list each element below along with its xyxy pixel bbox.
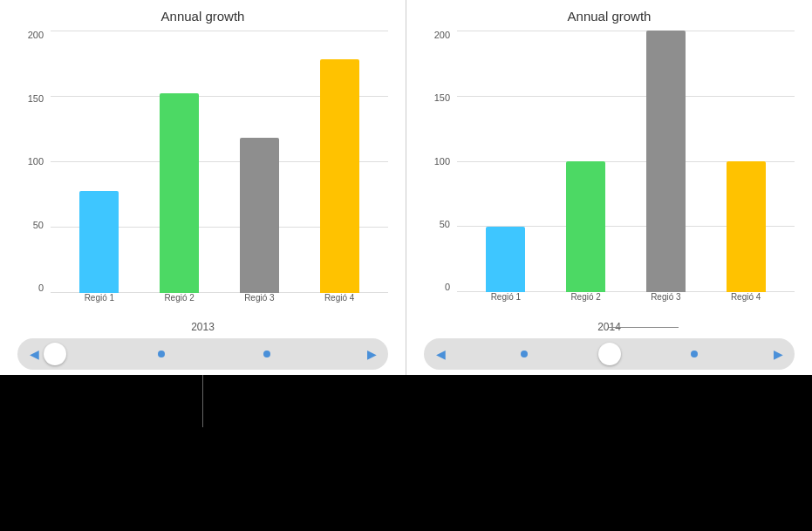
bottom-annotation-line-left bbox=[202, 375, 203, 427]
chart2-wrapper: 200 150 100 50 0 Regió 1Regió 2Regió 3Re… bbox=[424, 31, 795, 318]
chart2-prev-button[interactable]: ◀ bbox=[431, 344, 450, 364]
chart2-thumb[interactable] bbox=[598, 343, 621, 365]
chart2-bars bbox=[457, 31, 795, 292]
chart2-next-button[interactable]: ▶ bbox=[768, 344, 788, 364]
chart1-y-axis: 200 150 100 50 0 bbox=[17, 31, 44, 319]
x-axis-label: Regió 3 bbox=[244, 293, 274, 303]
chart2-dot2[interactable] bbox=[691, 351, 698, 357]
x-axis-label: Regió 2 bbox=[570, 292, 600, 302]
bottom-left bbox=[0, 375, 406, 531]
bar bbox=[240, 138, 279, 293]
chart1-bars bbox=[51, 31, 388, 293]
chart2-nav-area: ◀ ▶ bbox=[424, 337, 795, 375]
chart2-y50: 50 bbox=[440, 220, 450, 229]
chart2-year: 2014 bbox=[597, 321, 621, 333]
x-axis-label: Regió 4 bbox=[324, 293, 354, 303]
bar bbox=[646, 31, 686, 292]
x-axis-label: Regió 3 bbox=[651, 292, 680, 302]
chart2-y0: 0 bbox=[445, 283, 450, 292]
chart1-next-button[interactable]: ▶ bbox=[362, 344, 381, 364]
bar-group bbox=[566, 31, 605, 292]
chart2-year-wrapper: 2014 bbox=[424, 318, 795, 337]
chart2-dot1[interactable] bbox=[521, 351, 528, 357]
bottom-right bbox=[406, 375, 813, 531]
chart2-y100: 100 bbox=[434, 157, 450, 167]
chart1-container: Annual growth 200 150 100 50 0 bbox=[0, 0, 406, 375]
chart1-prev-button[interactable]: ◀ bbox=[24, 344, 44, 364]
chart1-wrapper: 200 150 100 50 0 Regió 1Regió 2Regió 3Re… bbox=[17, 31, 388, 319]
x-axis-label: Regió 1 bbox=[85, 293, 114, 303]
chart1-thumb[interactable] bbox=[44, 343, 66, 365]
chart1-y150: 150 bbox=[28, 94, 44, 104]
chart2-y-axis: 200 150 100 50 0 bbox=[424, 31, 450, 318]
chart1-year: 2013 bbox=[191, 321, 215, 333]
bar-group bbox=[240, 31, 279, 293]
charts-area: Annual growth 200 150 100 50 0 bbox=[0, 0, 812, 375]
bar bbox=[160, 93, 199, 293]
bar bbox=[727, 161, 766, 292]
x-axis-label: Regió 2 bbox=[164, 293, 194, 303]
bar-group bbox=[79, 31, 119, 293]
chart2-container: Annual growth 200 150 100 50 0 bbox=[406, 0, 812, 375]
chart1-dot1[interactable] bbox=[158, 351, 165, 357]
chart1-y0: 0 bbox=[38, 283, 44, 293]
bar-group bbox=[486, 31, 525, 292]
chart1-nav-area: ◀ ▶ bbox=[17, 337, 388, 375]
chart2-plot-area: Regió 1Regió 2Regió 3Regió 4 bbox=[457, 31, 795, 318]
chart1-y100: 100 bbox=[28, 157, 44, 167]
annotation-line-horiz bbox=[609, 327, 679, 328]
bar-group bbox=[320, 31, 359, 293]
chart1-y50: 50 bbox=[33, 221, 44, 230]
bar bbox=[486, 227, 525, 292]
chart1-title: Annual growth bbox=[161, 9, 245, 24]
bar-group bbox=[160, 31, 199, 293]
bar-group bbox=[646, 31, 686, 292]
chart1-dot2[interactable] bbox=[263, 351, 270, 357]
chart1-plot-area: Regió 1Regió 2Regió 3Regió 4 bbox=[51, 31, 388, 319]
chart2-y200: 200 bbox=[434, 31, 450, 40]
chart1-nav: ◀ ▶ bbox=[17, 338, 388, 370]
chart2-y150: 150 bbox=[434, 93, 450, 103]
x-axis-label: Regió 4 bbox=[731, 292, 761, 302]
bar bbox=[320, 59, 359, 293]
bottom-area bbox=[0, 375, 812, 531]
chart2-nav: ◀ ▶ bbox=[424, 338, 795, 370]
chart2-x-labels: Regió 1Regió 2Regió 3Regió 4 bbox=[457, 292, 795, 318]
bar bbox=[566, 161, 605, 292]
chart2-title: Annual growth bbox=[568, 9, 652, 24]
bar-group bbox=[727, 31, 766, 292]
chart1-x-labels: Regió 1Regió 2Regió 3Regió 4 bbox=[51, 293, 388, 319]
bar bbox=[79, 191, 119, 293]
x-axis-label: Regió 1 bbox=[491, 292, 521, 302]
chart1-y200: 200 bbox=[28, 31, 44, 40]
